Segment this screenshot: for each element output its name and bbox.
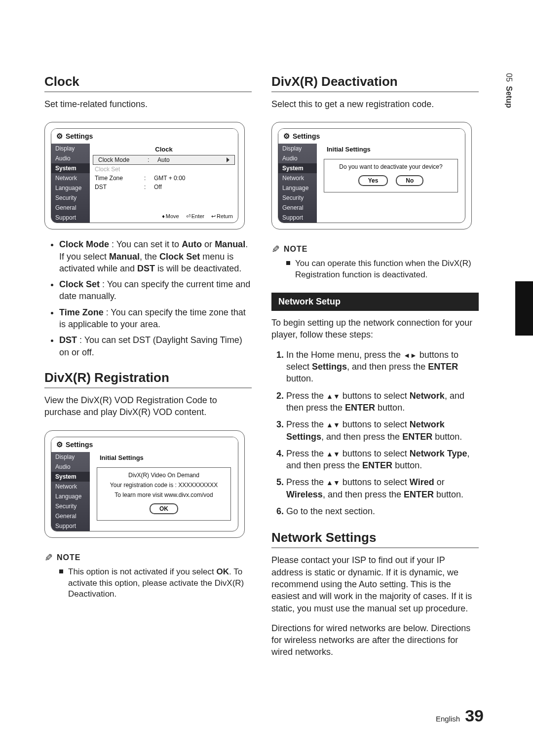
step-5: Press the ▲▼ buttons to select Wired or … [286,476,479,500]
osd-settings-label: Settings [293,132,320,140]
move-icon: ♦ [162,213,165,219]
bullet-clockset: Clock Set : You can specify the current … [59,278,252,302]
osd-side-menu: Display Audio System Network Language Se… [51,144,90,223]
step-4: Press the ▲▼ buttons to select Network T… [286,448,479,472]
osd-panel-title: Clock [90,144,238,155]
network-steps: In the Home menu, press the ◄► buttons t… [271,349,479,523]
clock-heading: Clock [44,74,252,89]
osd-dialog: Do you want to deactivate your device? Y… [324,159,458,192]
step-2: Press the ▲▼ buttons to select Network, … [286,390,479,414]
network-settings-p1: Please contact your ISP to find out if y… [271,554,479,614]
gear-icon: ⚙ [56,440,63,449]
footer-lang: English [436,715,460,723]
note-row: ✎ NOTE [44,552,252,564]
dlg-line1: DivX(R) Video On Demand [101,472,227,479]
divxdeact-heading: DivX(R) Deactivation [271,74,479,89]
dlg-line2: Your registration code is : XXXXXXXXXX [101,482,227,489]
network-settings-p2: Directions for wired networks are below.… [271,622,479,658]
side-tab: 05 Setup [504,73,513,108]
rule [271,547,479,548]
divxreg-intro: View the DivX(R) VOD Registration Code t… [44,394,252,418]
osd-side-menu: Display Audio System Network Language Se… [278,144,317,223]
note-item: You can operate this function when the D… [271,258,479,281]
osd-row-dst: DST : Off [90,183,238,191]
side-tab-label: Setup [505,86,513,108]
side-tab-page: 05 [505,73,513,82]
osd-clock: ⚙ Settings Display Audio System Network … [44,122,245,229]
network-setup-intro: To begin setting up the network connecti… [271,317,479,341]
osd-settings-label: Settings [66,132,93,140]
no-button[interactable]: No [396,175,423,186]
ok-button[interactable]: OK [150,503,178,514]
side-audio: Audio [51,153,90,163]
note-icon: ✎ [271,243,280,255]
clock-bullets: Clock Mode : You can set it to Auto or M… [44,238,252,362]
square-bullet-icon [59,569,63,573]
return-icon: ↩ [211,213,216,219]
osd-divx-deact: ⚙ Settings Display Audio System Network … [271,122,472,229]
osd-footer: ♦Move ⏎Enter ↩Return [90,211,238,223]
step-3: Press the ▲▼ buttons to select Network S… [286,418,479,443]
square-bullet-icon [286,261,290,265]
osd-settings-label: Settings [66,441,93,449]
divxdeact-intro: Select this to get a new registration co… [271,98,479,110]
network-setup-bar: Network Setup [271,293,479,311]
bullet-timezone: Time Zone : You can specify the time zon… [59,306,252,331]
note-row: ✎ NOTE [271,243,479,255]
osd-divx-reg: ⚙ Settings Display Audio System Network … [44,430,245,538]
gear-icon: ⚙ [56,132,63,141]
osd-panel-title: Initial Settings [317,144,465,155]
side-display: Display [51,144,90,153]
osd-dialog: DivX(R) Video On Demand Your registratio… [97,467,231,521]
osd-row-timezone: Time Zone : GMT + 0:00 [90,174,238,183]
thumb-tab [515,281,533,336]
network-settings-heading: Network Settings [271,530,479,545]
side-security: Security [51,193,90,203]
note-icon: ✎ [44,552,53,564]
enter-icon: ⏎ [186,213,190,219]
side-general: General [51,203,90,213]
osd-row-clockmode: Clock Mode : Auto [93,155,235,165]
osd-row-clockset: Clock Set [90,165,238,174]
dlg-line3: To learn more visit www.divx.com/vod [101,491,227,498]
divxreg-heading: DivX(R) Registration [44,370,252,385]
side-network: Network [51,173,90,183]
page-footer: English 39 [436,706,484,725]
manual-page: 05 Setup Clock Set time-related function… [0,0,533,756]
rule [44,91,252,92]
note-item: This option is not activated if you sele… [44,567,252,601]
left-column: Clock Set time-related functions. ⚙ Sett… [44,74,252,666]
footer-page: 39 [465,706,484,725]
dlg-prompt: Do you want to deactivate your device? [328,163,454,170]
side-support: Support [51,213,90,223]
side-language: Language [51,183,90,193]
osd-panel-title: Initial Settings [90,452,238,463]
side-system: System [51,163,90,173]
yes-button[interactable]: Yes [358,175,388,186]
gear-icon: ⚙ [283,132,290,141]
arrow-right-icon [227,157,229,162]
right-column: DivX(R) Deactivation Select this to get … [271,74,479,666]
clock-intro: Set time-related functions. [44,98,252,110]
osd-side-menu: Display Audio System Network Language Se… [51,452,90,531]
step-1: In the Home menu, press the ◄► buttons t… [286,349,479,385]
bullet-dst: DST : You can set DST (Daylight Saving T… [59,334,252,358]
bullet-clockmode: Clock Mode : You can set it to Auto or M… [59,238,252,274]
rule [271,91,479,92]
note-label: NOTE [57,553,80,562]
rule [44,387,252,388]
note-label: NOTE [284,245,307,254]
step-6: Go to the next section. [286,505,479,517]
